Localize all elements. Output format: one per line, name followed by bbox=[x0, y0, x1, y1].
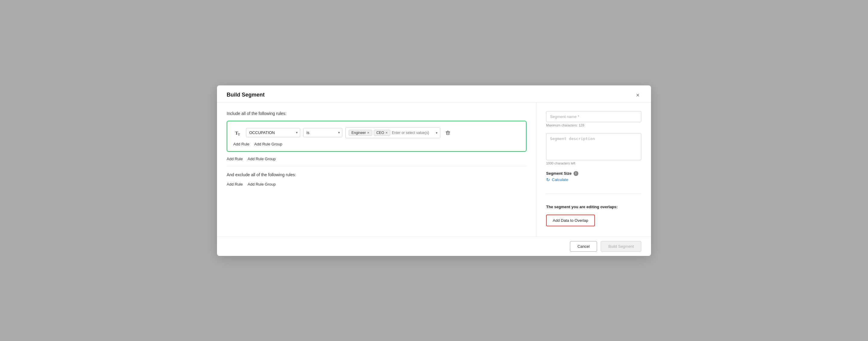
tag-ceo-label: CEO bbox=[376, 131, 384, 135]
segment-size-row: Segment Size i bbox=[546, 171, 641, 176]
inner-add-links: Add Rule Add Rule Group bbox=[233, 142, 520, 146]
left-panel: Include all of the following rules: T T bbox=[217, 103, 536, 236]
segment-name-field: Maximum characters: 128 bbox=[546, 111, 641, 127]
field-select[interactable]: OCCUPATION NAME EMAIL bbox=[246, 128, 300, 137]
calculate-link[interactable]: Calculate bbox=[552, 177, 568, 182]
overlap-section: The segment you are editing overlaps: Ad… bbox=[546, 205, 641, 226]
refresh-icon: ↻ bbox=[546, 177, 550, 182]
modal-footer: Cancel Build Segment bbox=[217, 236, 651, 256]
info-icon: i bbox=[574, 171, 578, 176]
tag-engineer-label: Engineer bbox=[351, 131, 366, 135]
add-data-to-overlap-button[interactable]: Add Data to Overlap bbox=[546, 215, 595, 226]
right-divider bbox=[546, 193, 641, 194]
outer-add-rule-button[interactable]: Add Rule bbox=[227, 157, 243, 161]
exclude-add-rule-group-button[interactable]: Add Rule Group bbox=[247, 182, 276, 187]
segment-name-input[interactable] bbox=[546, 111, 641, 122]
tag-engineer: Engineer × bbox=[349, 130, 372, 136]
operator-select-wrapper[interactable]: is is not contains bbox=[303, 128, 342, 137]
segment-size-section: Segment Size i ↻ Calculate bbox=[546, 171, 641, 182]
close-button[interactable]: × bbox=[634, 91, 641, 99]
exclude-label: And exclude all of the following rules: bbox=[227, 172, 527, 177]
svg-rect-3 bbox=[447, 131, 448, 131]
value-input[interactable] bbox=[392, 131, 437, 135]
calculate-row: ↻ Calculate bbox=[546, 177, 641, 182]
right-panel: Maximum characters: 128 1000 characters … bbox=[536, 103, 651, 236]
rule-group-box: T T OCCUPATION NAME EMAIL bbox=[227, 121, 527, 152]
value-input-wrapper[interactable]: Engineer × CEO × ▾ bbox=[345, 127, 440, 138]
tag-ceo-remove[interactable]: × bbox=[385, 131, 388, 135]
segment-desc-field: 1000 characters left bbox=[546, 133, 641, 165]
inner-add-rule-button[interactable]: Add Rule bbox=[233, 142, 249, 146]
rule-row: T T OCCUPATION NAME EMAIL bbox=[233, 127, 520, 138]
segment-desc-input[interactable] bbox=[546, 133, 641, 160]
text-type-icon: T T bbox=[233, 128, 243, 138]
inner-add-rule-group-button[interactable]: Add Rule Group bbox=[254, 142, 282, 146]
operator-select[interactable]: is is not contains bbox=[303, 128, 342, 137]
segment-desc-helper: 1000 characters left bbox=[546, 162, 641, 165]
modal-title: Build Segment bbox=[227, 92, 265, 98]
delete-rule-button[interactable] bbox=[443, 129, 453, 137]
exclude-add-links: Add Rule Add Rule Group bbox=[227, 182, 527, 187]
tag-ceo: CEO × bbox=[374, 130, 391, 136]
build-segment-button[interactable]: Build Segment bbox=[601, 241, 641, 252]
modal-body: Include all of the following rules: T T bbox=[217, 103, 651, 236]
segment-name-helper: Maximum characters: 128 bbox=[546, 123, 641, 127]
svg-text:T: T bbox=[238, 133, 240, 136]
trash-icon bbox=[445, 130, 451, 136]
include-label: Include all of the following rules: bbox=[227, 111, 527, 116]
exclude-add-rule-button[interactable]: Add Rule bbox=[227, 182, 243, 187]
segment-size-label: Segment Size bbox=[546, 171, 572, 176]
overlap-heading: The segment you are editing overlaps: bbox=[546, 205, 641, 209]
tag-engineer-remove[interactable]: × bbox=[367, 131, 370, 135]
modal-header: Build Segment × bbox=[217, 85, 651, 103]
build-segment-modal: Build Segment × Include all of the follo… bbox=[217, 85, 651, 256]
cancel-button[interactable]: Cancel bbox=[570, 241, 597, 252]
field-select-wrapper[interactable]: OCCUPATION NAME EMAIL bbox=[246, 128, 300, 137]
outer-add-links: Add Rule Add Rule Group bbox=[227, 157, 527, 161]
modal-overlay: Build Segment × Include all of the follo… bbox=[0, 0, 868, 341]
section-divider bbox=[227, 166, 527, 166]
exclude-section: And exclude all of the following rules: … bbox=[227, 172, 527, 187]
outer-add-rule-group-button[interactable]: Add Rule Group bbox=[247, 157, 276, 161]
